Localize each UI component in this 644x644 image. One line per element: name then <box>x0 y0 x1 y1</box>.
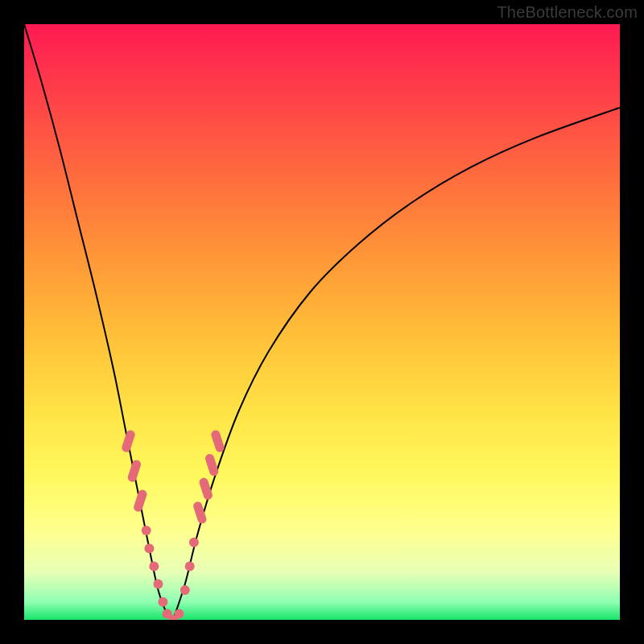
marker-capsule <box>210 429 225 453</box>
marker-dot <box>185 561 195 571</box>
plot-area <box>24 24 620 620</box>
marker-dot <box>149 561 159 571</box>
marker-capsule <box>121 429 136 453</box>
marker-dot <box>142 526 151 535</box>
marker-capsule <box>126 459 142 483</box>
watermark-text: TheBottleneck.com <box>497 3 638 22</box>
marker-dot <box>154 580 163 589</box>
curves-layer <box>24 24 620 620</box>
marker-dot <box>174 609 184 619</box>
right-curve-path <box>173 108 620 620</box>
marker-capsule <box>192 501 208 525</box>
right-curve <box>173 108 620 620</box>
marker-dot <box>158 597 167 607</box>
marker-capsule <box>133 489 148 513</box>
marker-dot <box>180 585 190 595</box>
chart-frame: TheBottleneck.com <box>0 0 644 644</box>
sample-markers <box>121 429 225 620</box>
marker-capsule <box>204 453 220 477</box>
marker-dot <box>144 543 154 553</box>
marker-dot <box>189 538 199 547</box>
